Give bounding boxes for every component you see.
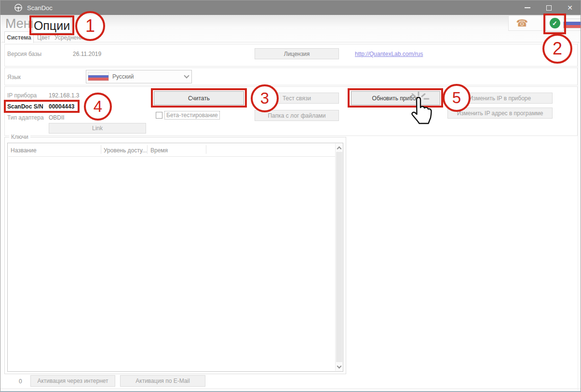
adapter-value: OBDII	[49, 114, 65, 121]
flag-red-stripe	[88, 78, 108, 81]
bottom-divider	[0, 389, 581, 389]
change-ip-device-button[interactable]: Изменить IP в приборе	[447, 93, 553, 104]
beta-checkbox-label: Бета-тестирование	[164, 111, 220, 120]
change-ip-app-button[interactable]: Изменить IP адрес в программе	[447, 108, 553, 119]
app-window: ScanDoc ✕ Меню Опции Система Цвет Усредн…	[0, 0, 581, 392]
header-divider	[8, 156, 335, 157]
vertical-scrollbar[interactable]	[335, 144, 342, 371]
connection-status-button[interactable]: ✓	[546, 15, 564, 31]
test-connection-button[interactable]: Тест связи	[255, 93, 339, 104]
read-button[interactable]: Считать	[154, 91, 244, 105]
link-button[interactable]: Link	[49, 123, 146, 134]
column-divider	[147, 145, 148, 154]
flag-red-stripe	[564, 25, 581, 28]
tab-averaging[interactable]: Усреднение	[51, 32, 90, 43]
column-divider	[101, 145, 101, 154]
beta-checkbox[interactable]	[156, 112, 162, 119]
db-version-value: 26.11.2019	[73, 51, 101, 57]
phone-icon: ☎	[516, 17, 528, 29]
ip-label: IP прибора	[7, 92, 37, 99]
keys-count: 0	[19, 378, 22, 385]
right-divider	[578, 42, 578, 390]
close-icon: ✕	[567, 4, 573, 12]
maximize-icon	[546, 5, 552, 11]
window-title: ScanDoc	[27, 4, 53, 12]
scroll-down-button[interactable]	[336, 363, 342, 371]
db-version-label: Версия базы	[7, 51, 41, 57]
language-label: Язык	[7, 74, 21, 81]
column-header-time[interactable]: Время	[150, 147, 168, 154]
scrollbar-thumb[interactable]	[336, 152, 342, 362]
serial-value: 00004443	[49, 103, 74, 110]
adapter-label: Тип адаптера	[7, 114, 44, 121]
license-button[interactable]: Лицензия	[255, 48, 339, 59]
website-link[interactable]: http://QuantexLab.com/rus	[355, 51, 423, 57]
language-select-value: Русский	[112, 73, 134, 80]
chevron-down-icon	[337, 364, 341, 368]
keys-legend: Ключи	[9, 134, 30, 140]
column-divider	[206, 145, 206, 154]
steering-wheel-icon	[14, 3, 23, 12]
serial-label: ScanDoc S/N	[7, 103, 43, 110]
scroll-up-button[interactable]	[336, 144, 342, 151]
titlebar: ScanDoc ✕	[0, 0, 581, 15]
update-device-button[interactable]: Обновить прибор	[351, 91, 440, 105]
ip-value: 192.168.1.3	[49, 92, 79, 99]
options-button[interactable]: Опции	[32, 18, 71, 33]
phone-button[interactable]: ☎	[513, 17, 532, 29]
minimize-icon	[525, 7, 530, 8]
check-circle-icon: ✓	[550, 18, 560, 28]
maximize-button[interactable]	[538, 0, 559, 15]
tab-system[interactable]: Система	[4, 31, 34, 43]
keys-table: Название Уровень досту... Время	[7, 143, 343, 372]
close-button[interactable]: ✕	[559, 0, 581, 15]
log-folder-button[interactable]: Папка с лог файлами	[255, 110, 339, 121]
activate-email-button[interactable]: Активация по E-Mail	[120, 375, 205, 387]
column-header-access[interactable]: Уровень досту...	[104, 147, 147, 154]
language-flag-icon[interactable]	[563, 18, 581, 28]
language-select-flag-icon	[88, 72, 109, 81]
minimize-button[interactable]	[517, 0, 538, 15]
activate-internet-button[interactable]: Активация через интернет	[30, 375, 115, 387]
chevron-up-icon	[337, 146, 341, 151]
column-header-name[interactable]: Название	[11, 147, 37, 154]
